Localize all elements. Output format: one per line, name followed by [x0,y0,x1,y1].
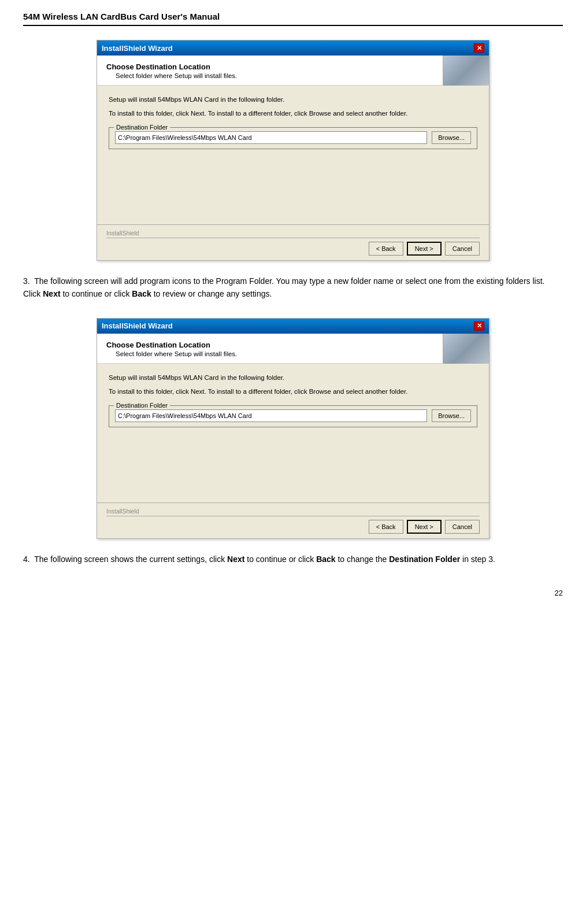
wizard-dest-legend-2: Destination Folder [114,402,170,409]
wizard-path-input-1[interactable] [115,131,427,144]
step3-text3: to review or change any settings. [151,289,272,298]
step3-back-bold: Back [132,289,151,298]
step4-back-bold: Back [316,555,335,564]
wizard-header-title-2: Choose Destination Location [106,341,437,349]
wizard-back-btn-2[interactable]: < Back [369,520,403,534]
wizard-brand-1: InstallShield [106,230,480,238]
wizard-content-2: Setup will install 54Mbps WLAN Card in t… [97,364,489,502]
wizard-content-line1-1: Setup will install 54Mbps WLAN Card in t… [109,95,477,104]
wizard-header-subtitle-2: Select folder where Setup will install f… [116,350,437,357]
step4-next-bold: Next [227,555,244,564]
wizard-cancel-btn-1[interactable]: Cancel [445,242,480,256]
wizard-header-1: Choose Destination Location Select folde… [97,56,489,86]
wizard-dest-folder-1: Destination Folder Browse... [109,127,477,149]
wizard-header-2: Choose Destination Location Select folde… [97,334,489,364]
step3-number: 3. [23,276,30,286]
step3-block: 3. The following screen will add program… [23,275,563,301]
wizard-footer-2: InstallShield < Back Next > Cancel [97,502,489,538]
wizard-next-btn-2[interactable]: Next > [407,520,442,534]
wizard-back-btn-1[interactable]: < Back [369,242,403,256]
step4-text4: in step 3. [460,555,495,564]
wizard-footer-1: InstallShield < Back Next > Cancel [97,224,489,260]
wizard-screenshot-1: InstallShield Wizard ✕ Choose Destinatio… [97,40,489,261]
wizard-browse-btn-1[interactable]: Browse... [432,131,471,144]
wizard-content-1: Setup will install 54Mbps WLAN Card in t… [97,86,489,224]
wizard-path-input-2[interactable] [115,409,427,422]
wizard-header-title-1: Choose Destination Location [106,62,437,71]
wizard-content-line2-1: To install to this folder, click Next. T… [109,109,477,118]
wizard-header-banner-1 [443,56,489,86]
step4-number: 4. [23,555,30,564]
wizard-title-label-1: InstallShield Wizard [102,44,173,53]
step4-text: 4. The following screen shows the curren… [23,553,563,566]
step3-next-bold: Next [43,289,60,298]
step4-text1: The following screen shows the current s… [34,555,227,564]
step4-dest-bold: Destination Folder [389,555,460,564]
wizard-header-banner-2 [443,334,489,364]
step4-text3: to change the [336,555,390,564]
page-number: 22 [23,589,563,597]
wizard-cancel-btn-2[interactable]: Cancel [445,520,480,534]
wizard-brand-2: InstallShield [106,508,480,516]
page-title: 54M Wireless LAN CardBus Card User's Man… [23,12,563,26]
wizard-content-line2-2: To install to this folder, click Next. T… [109,387,477,396]
wizard-browse-btn-2[interactable]: Browse... [432,409,471,422]
step4-text2: to continue or click [244,555,316,564]
wizard-close-btn-1[interactable]: ✕ [474,43,484,53]
wizard-titlebar-1: InstallShield Wizard ✕ [97,40,489,56]
wizard-screenshot-2: InstallShield Wizard ✕ Choose Destinatio… [97,318,489,539]
wizard-title-label-2: InstallShield Wizard [102,321,173,330]
wizard-header-subtitle-1: Select folder where Setup will install f… [116,72,437,79]
wizard-dest-folder-2: Destination Folder Browse... [109,405,477,427]
wizard-dest-row-2: Browse... [115,409,471,422]
step3-text2: to continue or click [61,289,132,298]
wizard-footer-buttons-2: < Back Next > Cancel [106,520,480,534]
wizard-close-btn-2[interactable]: ✕ [474,321,484,331]
wizard-titlebar-2: InstallShield Wizard ✕ [97,319,489,334]
wizard-content-line1-2: Setup will install 54Mbps WLAN Card in t… [109,373,477,382]
step4-block: 4. The following screen shows the curren… [23,553,563,566]
wizard-next-btn-1[interactable]: Next > [407,242,442,256]
wizard-footer-buttons-1: < Back Next > Cancel [106,242,480,256]
wizard-dest-legend-1: Destination Folder [114,124,170,131]
step3-text: 3. The following screen will add program… [23,275,563,301]
wizard-dest-row-1: Browse... [115,131,471,144]
